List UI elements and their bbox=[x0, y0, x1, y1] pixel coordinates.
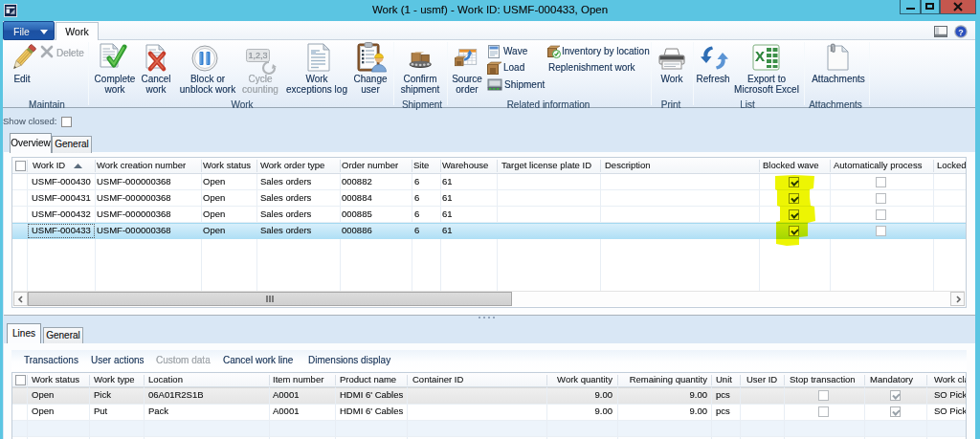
svg-text:?: ? bbox=[958, 28, 964, 37]
svg-text:1,2,3: 1,2,3 bbox=[248, 51, 267, 60]
svg-text:X: X bbox=[755, 48, 765, 64]
